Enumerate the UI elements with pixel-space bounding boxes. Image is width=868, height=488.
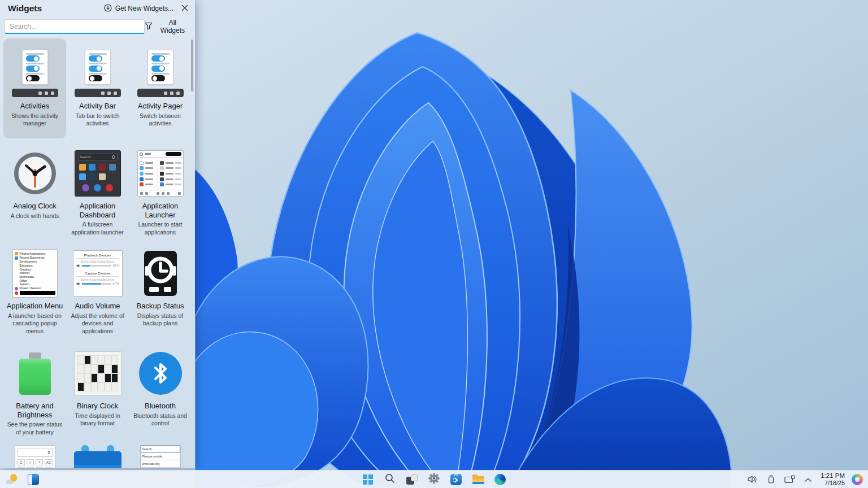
activities-icon	[12, 45, 58, 102]
widget-description: Switch between activities	[132, 112, 189, 128]
search-row: All Widgets	[0, 17, 195, 35]
gear-icon	[428, 473, 440, 486]
widget-description: Tab bar to switch activities	[69, 112, 126, 128]
backup-status-icon	[144, 245, 177, 302]
widget-item-calculator-partial[interactable]: 0 C / * AC	[3, 438, 66, 468]
edge-icon	[494, 474, 506, 485]
volume-tray-icon[interactable]	[746, 473, 758, 486]
bluetooth-icon	[139, 345, 182, 402]
widget-item-web-browser-partial[interactable]: Search ... Plasma mobile www.kde.org	[129, 438, 192, 468]
tray-expand-button[interactable]	[802, 473, 814, 486]
widget-description: Displays status of backup plans	[132, 312, 189, 328]
widget-item-binary-clock[interactable]: Binary Clock Time displayed in binary fo…	[66, 338, 129, 438]
application-dashboard-icon: Search ...	[75, 145, 121, 202]
calendar-icon	[74, 445, 121, 468]
get-new-widgets-button[interactable]: Get New Widgets...	[104, 4, 173, 14]
filter-button[interactable]: All Widgets	[145, 19, 189, 34]
application-launcher-icon	[137, 145, 184, 202]
widget-description: A clock with hands	[11, 212, 59, 220]
widget-description: Time displayed in binary format	[69, 412, 126, 428]
task-view-icon	[406, 474, 418, 485]
discover-icon	[450, 474, 462, 485]
filter-label: All Widgets	[156, 19, 189, 34]
copilot-icon	[852, 474, 863, 485]
widgets-list: Activities Shows the activity manager Ac…	[0, 36, 195, 468]
start-button[interactable]	[362, 473, 374, 486]
taskbar-clock[interactable]: 1:21 PM 7/18/25	[821, 472, 845, 487]
widget-name: Application Menu	[7, 302, 63, 311]
web-browser-icon: Search ... Plasma mobile www.kde.org	[140, 445, 181, 468]
taskbar: 1:21 PM 7/18/25	[0, 470, 868, 488]
widget-item-analog-clock[interactable]: Analog Clock A clock with hands	[3, 138, 66, 238]
search-input[interactable]	[5, 19, 145, 34]
widget-description: Launcher to start applications	[132, 221, 189, 236]
audio-volume-icon: Playback Devices Built-in Audio Analog S…	[73, 245, 123, 302]
widgets-panel-header: Widgets Get New Widgets...	[0, 0, 195, 17]
widget-name: Application Launcher	[132, 202, 189, 219]
calculator-icon: 0 C / * AC	[15, 445, 55, 468]
chevron-up-icon	[805, 474, 811, 485]
widgets-panel: Widgets Get New Widgets...	[0, 0, 195, 468]
activity-pager-icon	[137, 45, 184, 102]
search-button[interactable]	[384, 473, 396, 486]
get-new-widgets-label: Get New Widgets...	[115, 5, 173, 12]
widget-name: Activities	[20, 102, 49, 111]
widget-description: A fullscreen application launcher	[69, 221, 126, 236]
close-icon	[181, 3, 188, 14]
widget-item-activity-bar[interactable]: Activity Bar Tab bar to switch activitie…	[66, 38, 129, 138]
settings-button[interactable]	[428, 473, 440, 486]
widget-item-calendar-partial[interactable]	[66, 438, 129, 468]
widget-item-activities[interactable]: Activities Shows the activity manager	[3, 38, 66, 138]
widget-name: Analog Clock	[13, 202, 57, 211]
widget-description: Shows the activity manager	[6, 112, 63, 128]
widget-item-application-dashboard[interactable]: Search ... Application Dashboard A fulls…	[66, 138, 129, 238]
copilot-button[interactable]	[851, 473, 863, 486]
widget-name: Application Dashboard	[69, 202, 126, 219]
close-panel-button[interactable]	[181, 3, 188, 14]
widget-name: Binary Clock	[77, 402, 118, 411]
edge-browser-button[interactable]	[494, 473, 506, 486]
widget-description: See the power status of your battery	[6, 421, 63, 436]
widget-description: A launcher based on cascading popup menu…	[6, 312, 63, 336]
application-menu-icon: Recent Applications Recent Documents Dev…	[12, 245, 58, 302]
activity-bar-icon	[75, 45, 121, 102]
download-icon	[104, 4, 112, 14]
task-view-button[interactable]	[406, 473, 418, 486]
widget-description: Adjust the volume of devices and applica…	[69, 312, 126, 336]
desktop: Widgets Get New Widgets...	[0, 0, 868, 488]
search-icon	[385, 473, 395, 486]
widget-description: Bluetooth status and control	[132, 412, 189, 428]
widget-item-application-launcher[interactable]: Application Launcher Launcher to start a…	[129, 138, 192, 238]
widget-name: Activity Pager	[138, 102, 183, 111]
page-title: Widgets	[8, 3, 42, 14]
display-device-tray-icon[interactable]	[783, 473, 796, 486]
usb-device-tray-icon[interactable]	[765, 473, 777, 486]
folder-icon	[472, 474, 484, 484]
widget-item-activity-pager[interactable]: Activity Pager Switch between activities	[129, 38, 192, 138]
widgets-panel-icon[interactable]	[27, 473, 40, 486]
widget-name: Bluetooth	[145, 402, 176, 411]
widget-name: Audio Volume	[75, 302, 120, 311]
widget-item-battery-brightness[interactable]: Battery and Brightness See the power sta…	[3, 338, 66, 438]
widget-item-application-menu[interactable]: Recent Applications Recent Documents Dev…	[3, 238, 66, 338]
widget-name: Activity Bar	[79, 102, 116, 111]
widget-item-audio-volume[interactable]: Playback Devices Built-in Audio Analog S…	[66, 238, 129, 338]
clock-date: 7/18/25	[821, 480, 845, 487]
analog-clock-icon	[13, 145, 57, 202]
widget-item-backup-status[interactable]: Backup Status Displays status of backup …	[129, 238, 192, 338]
binary-clock-icon	[74, 351, 121, 395]
filter-icon	[145, 22, 153, 32]
widget-name: Battery and Brightness	[6, 402, 63, 419]
file-manager-button[interactable]	[472, 473, 484, 486]
widget-item-bluetooth[interactable]: Bluetooth Bluetooth status and control	[129, 338, 192, 438]
discover-store-button[interactable]	[450, 473, 462, 486]
weather-icon[interactable]	[6, 473, 18, 486]
widget-name: Backup Status	[137, 302, 184, 311]
windows-logo-icon	[363, 474, 373, 485]
battery-icon	[19, 345, 51, 402]
panel-scrollbar[interactable]	[191, 40, 193, 91]
clock-time: 1:21 PM	[821, 472, 845, 480]
